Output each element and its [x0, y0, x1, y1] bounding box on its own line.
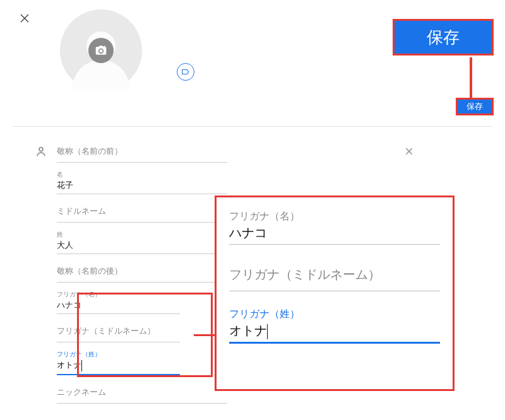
- connector-line-icon: [194, 334, 215, 336]
- avatar[interactable]: [60, 9, 142, 91]
- field-value[interactable]: 大人: [57, 239, 227, 252]
- honorific-prefix-field[interactable]: 敬称（名前の前） 敬称（名前の前）: [57, 142, 227, 163]
- svg-point-2: [39, 148, 43, 151]
- field-label: 姓: [57, 230, 227, 239]
- field-value[interactable]: ハナコ: [229, 223, 440, 242]
- name-fields: 敬称（名前の前） 敬称（名前の前） 名 花子 ミドルネーム ミドルネーム 姓 大…: [57, 142, 227, 411]
- person-icon: [35, 145, 47, 158]
- close-icon[interactable]: [19, 13, 30, 24]
- field-value[interactable]: ハナコ: [57, 299, 180, 312]
- field-value[interactable]: オトナ: [57, 359, 180, 373]
- divider: [13, 126, 492, 127]
- phonetic-first-field[interactable]: フリガナ（名） ハナコ: [57, 290, 180, 314]
- field-value[interactable]: オトナ: [229, 321, 440, 339]
- zoom-callout: フリガナ（名） ハナコ フリガナ（ミドルネーム） フリガナ（姓） オトナ: [215, 195, 454, 391]
- label-icon[interactable]: [177, 63, 194, 81]
- field-label: 名: [57, 170, 227, 179]
- field-value[interactable]: 花子: [57, 179, 227, 192]
- field-label: フリガナ（名）: [229, 210, 440, 223]
- collapse-icon[interactable]: [404, 146, 414, 156]
- zoom-phonetic-last-field[interactable]: フリガナ（姓） オトナ: [229, 308, 440, 344]
- field-label: フリガナ（名）: [57, 290, 180, 299]
- field-label: フリガナ（姓）: [229, 308, 440, 321]
- phonetic-middle-field[interactable]: フリガナ（ミドルネーム） フリガナ（ミドルネーム）: [57, 322, 180, 342]
- save-button[interactable]: 保存: [393, 19, 494, 55]
- last-name-field[interactable]: 姓 大人: [57, 230, 227, 254]
- add-photo-icon[interactable]: [88, 38, 114, 63]
- zoom-phonetic-first-field[interactable]: フリガナ（名） ハナコ: [229, 210, 440, 245]
- nickname-field[interactable]: ニックネーム ニックネーム: [57, 383, 227, 404]
- zoom-phonetic-middle-field[interactable]: フリガナ（ミドルネーム）: [229, 261, 440, 291]
- honorific-suffix-field[interactable]: 敬称（名前の後） 敬称（名前の後）: [57, 262, 227, 283]
- middle-name-field[interactable]: ミドルネーム ミドルネーム: [57, 202, 227, 223]
- phonetic-last-field[interactable]: フリガナ（姓） オトナ: [57, 350, 180, 375]
- save-button-small[interactable]: 保存: [456, 98, 494, 115]
- field-label: フリガナ（姓）: [57, 350, 180, 359]
- first-name-field[interactable]: 名 花子: [57, 170, 227, 194]
